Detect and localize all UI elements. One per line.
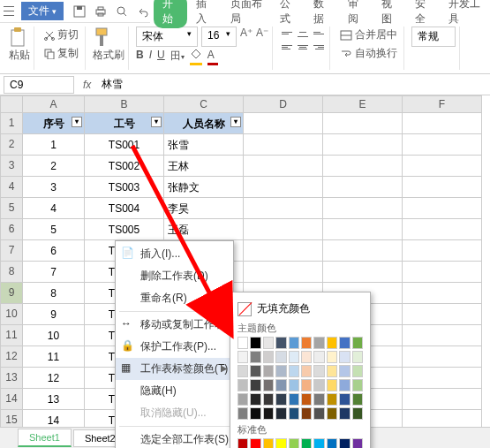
color-swatch[interactable]: [352, 351, 363, 363]
font-color-button[interactable]: A: [207, 49, 215, 64]
cell[interactable]: TS004: [85, 198, 164, 219]
tab-home[interactable]: 开始: [154, 0, 187, 28]
color-swatch[interactable]: [327, 337, 337, 349]
cell[interactable]: [403, 156, 482, 177]
color-swatch[interactable]: [263, 407, 274, 420]
color-swatch[interactable]: [275, 438, 286, 448]
tab-view[interactable]: 视图: [373, 0, 406, 30]
ctx-insert[interactable]: 📄插入(I)...: [116, 243, 233, 265]
undo-icon[interactable]: [135, 4, 151, 19]
cell[interactable]: 3: [23, 177, 85, 198]
cell[interactable]: TS001: [85, 134, 164, 156]
cell[interactable]: [244, 262, 323, 283]
color-swatch[interactable]: [237, 365, 248, 377]
color-swatch[interactable]: [275, 351, 286, 363]
underline-button[interactable]: U: [157, 49, 165, 64]
color-swatch[interactable]: [263, 393, 274, 406]
filter-icon[interactable]: ▾: [151, 117, 162, 127]
formula-input[interactable]: 林雪: [96, 75, 490, 94]
color-swatch[interactable]: [339, 438, 350, 448]
cell[interactable]: [403, 240, 482, 262]
fill-color-button[interactable]: [190, 49, 202, 64]
color-swatch[interactable]: [250, 337, 260, 349]
cell[interactable]: 工号▾: [85, 113, 164, 134]
ctx-hide[interactable]: 隐藏(H): [116, 380, 233, 402]
name-box[interactable]: C9: [4, 76, 74, 94]
ctx-protect[interactable]: 🔒保护工作表(P)...: [116, 336, 233, 358]
cell[interactable]: [244, 198, 323, 219]
color-swatch[interactable]: [289, 438, 299, 448]
color-swatch[interactable]: [313, 379, 324, 391]
format-painter-button[interactable]: 格式刷: [93, 27, 124, 63]
cell[interactable]: [403, 368, 482, 389]
color-swatch[interactable]: [275, 365, 286, 377]
paste-button[interactable]: 粘贴: [9, 27, 30, 63]
cell[interactable]: [403, 304, 482, 325]
align-left-icon[interactable]: [280, 41, 294, 53]
cell[interactable]: [323, 113, 403, 134]
tab-data[interactable]: 数据: [305, 0, 338, 30]
menu-icon[interactable]: [4, 4, 18, 19]
bold-button[interactable]: B: [136, 49, 144, 64]
color-swatch[interactable]: [327, 393, 337, 406]
save-icon[interactable]: [72, 4, 87, 19]
cell[interactable]: [403, 198, 482, 219]
color-swatch[interactable]: [339, 351, 350, 363]
cell[interactable]: [323, 198, 403, 219]
color-swatch[interactable]: [275, 337, 286, 349]
col-header-F[interactable]: F: [403, 95, 482, 113]
cell[interactable]: 6: [23, 240, 85, 262]
italic-button[interactable]: I: [149, 49, 152, 64]
cell[interactable]: [403, 346, 482, 368]
cell[interactable]: [323, 240, 403, 262]
color-swatch[interactable]: [301, 351, 312, 363]
color-swatch[interactable]: [352, 337, 363, 349]
col-header-A[interactable]: A: [23, 95, 85, 113]
filter-icon[interactable]: ▾: [72, 117, 82, 127]
fx-icon[interactable]: fx: [78, 79, 96, 91]
filter-icon[interactable]: ▾: [230, 117, 241, 127]
color-swatch[interactable]: [301, 407, 312, 420]
cell[interactable]: [323, 156, 403, 177]
auto-wrap-button[interactable]: 自动换行: [337, 45, 400, 62]
color-swatch[interactable]: [313, 365, 324, 377]
cell[interactable]: [244, 113, 323, 134]
row-header[interactable]: 12: [0, 346, 23, 368]
color-swatch[interactable]: [339, 337, 350, 349]
row-header[interactable]: 4: [0, 177, 23, 198]
row-header[interactable]: 6: [0, 219, 23, 240]
cell[interactable]: 张静文: [164, 177, 244, 198]
color-swatch[interactable]: [313, 438, 324, 448]
color-swatch[interactable]: [250, 438, 260, 448]
color-swatch[interactable]: [313, 393, 324, 406]
row-header[interactable]: 2: [0, 134, 23, 156]
preview-icon[interactable]: [114, 4, 130, 19]
cell[interactable]: 11: [23, 346, 85, 368]
cell[interactable]: 李昊: [164, 198, 244, 219]
color-swatch[interactable]: [327, 407, 337, 420]
cell[interactable]: [403, 389, 482, 410]
cell[interactable]: 12: [23, 368, 85, 389]
color-swatch[interactable]: [289, 365, 299, 377]
row-header[interactable]: 7: [0, 240, 23, 262]
color-swatch[interactable]: [339, 379, 350, 391]
row-header[interactable]: 14: [0, 389, 23, 410]
color-swatch[interactable]: [250, 393, 260, 406]
color-swatch[interactable]: [289, 393, 299, 406]
color-swatch[interactable]: [263, 337, 274, 349]
align-center-icon[interactable]: [296, 41, 310, 53]
color-swatch[interactable]: [250, 407, 260, 420]
border-button[interactable]: 田▾: [170, 49, 185, 64]
cell[interactable]: 8: [23, 283, 85, 304]
select-all-corner[interactable]: [0, 95, 23, 113]
color-swatch[interactable]: [289, 337, 299, 349]
cell[interactable]: [403, 113, 482, 134]
cell[interactable]: 王磊: [164, 219, 244, 240]
color-swatch[interactable]: [263, 351, 274, 363]
color-swatch[interactable]: [339, 407, 350, 420]
row-header[interactable]: 11: [0, 325, 23, 346]
color-swatch[interactable]: [327, 365, 337, 377]
cell[interactable]: [403, 325, 482, 346]
color-swatch[interactable]: [237, 379, 248, 391]
color-swatch[interactable]: [237, 393, 248, 406]
